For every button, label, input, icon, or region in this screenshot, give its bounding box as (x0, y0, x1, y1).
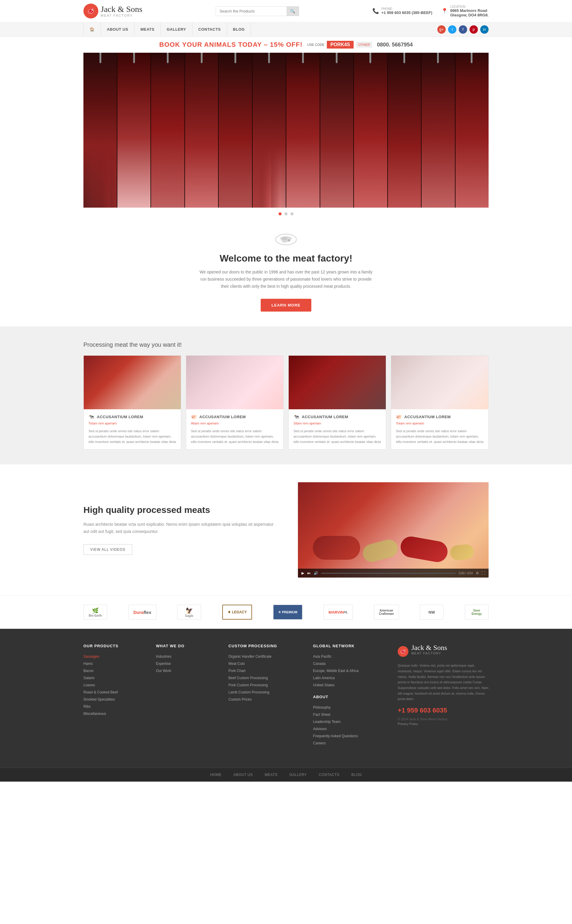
carousel-dot-1[interactable] (278, 213, 281, 215)
product-card-1[interactable]: 🐄 ACCUSANTIUM LOREM Totam rem aperiam Se… (83, 356, 181, 449)
footer-pork-custom[interactable]: Pork Custom Processing (228, 682, 301, 689)
product-sub-2: Atiam rem aperiam (191, 421, 278, 425)
footer-custom-prices[interactable]: Custom Prices (228, 696, 301, 703)
bottom-nav-gallery[interactable]: GALLERY (289, 773, 307, 777)
footer-careers[interactable]: Careers (313, 740, 386, 747)
footer-europe[interactable]: Europe, Middle East & Africa (313, 667, 386, 674)
bottom-nav-home[interactable]: HOME (210, 773, 221, 777)
bottom-nav-blog[interactable]: BLOG (351, 773, 362, 777)
footer-custom-processing: CUSTOM PROCESSING Organic Handler Certif… (228, 644, 301, 747)
footer-asia-pacific[interactable]: Asia Pacific (313, 653, 386, 660)
footer-organic-handler[interactable]: Organic Handler Certificate (228, 653, 301, 660)
logo-name: Jack & Sons (101, 5, 142, 14)
footer-united-states[interactable]: United States (313, 682, 386, 689)
footer-hams[interactable]: Hams (83, 660, 144, 667)
video-player[interactable]: ▶ ⏭ 🔊 0:00 / 3:54 ⚙ ⛶ (298, 482, 489, 578)
carousel-dot-3[interactable] (291, 213, 294, 215)
meat-icon (274, 232, 298, 247)
footer-sausages[interactable]: Sausages (83, 653, 144, 660)
product-sub-3: Sitam rem aperiam (294, 421, 381, 425)
play-button[interactable]: ▶ (302, 571, 304, 575)
footer-smoked-specialties[interactable]: Smoked Specialties (83, 696, 144, 703)
product-card-4[interactable]: 🐖 ACCUSANTIUM LOREM Totam rem aperiam Se… (391, 356, 489, 449)
footer-phone: +1 959 603 6035 (398, 707, 489, 714)
footer-meat-cuts[interactable]: Meat Cuts (228, 660, 301, 667)
brand-bio-earth[interactable]: 🌿 Bio Earth (83, 605, 107, 620)
video-title: High quality processed meats (83, 505, 274, 515)
nav-gallery[interactable]: GALLERY (160, 22, 192, 36)
footer-pork-chart[interactable]: Pork Chart (228, 667, 301, 674)
promo-code-block: USE CODE PORK4S OTHER (308, 41, 372, 48)
footer-ribs[interactable]: Ribs (83, 703, 144, 710)
social-links: g+ t f p in (437, 25, 489, 34)
welcome-title: Welcome to the meat factory! (83, 253, 489, 264)
footer-philosophy[interactable]: Philosophy (313, 704, 386, 711)
site-header: 🥩 Jack & Sons meat factory 🔍 📞 Phone: +1… (0, 0, 572, 22)
carousel-dot-2[interactable] (284, 213, 288, 215)
product-icon-4: 🐖 (396, 414, 402, 420)
footer-fact-sheet[interactable]: Fact Sheet (313, 711, 386, 718)
footer-roast-cooked-beef[interactable]: Roast & Cooked Beef (83, 689, 144, 696)
bottom-nav-about[interactable]: ABOUT US (233, 773, 253, 777)
promo-code-label: USE CODE (308, 43, 325, 47)
nav-about[interactable]: ABOUT US (101, 22, 135, 36)
product-sub-1: Totam rem aperiam (89, 421, 176, 425)
search-bar[interactable]: 🔍 (216, 6, 299, 16)
brand-nw[interactable]: NW (420, 605, 444, 620)
footer-our-work[interactable]: Our Work (156, 667, 216, 674)
nav-blog[interactable]: BLOG (227, 22, 251, 36)
footer-company-sub: meat factory (412, 652, 447, 655)
footer-industries[interactable]: Industries (156, 653, 216, 660)
facebook-icon[interactable]: f (459, 25, 467, 34)
nav-meats[interactable]: MEATS (134, 22, 160, 36)
footer-faq[interactable]: Frequently Asked Questions (313, 733, 386, 740)
hero-image (83, 53, 489, 208)
product-icon-3: 🐄 (294, 414, 299, 420)
pinterest-icon[interactable]: p (469, 25, 478, 34)
bottom-nav-meats[interactable]: MEATS (265, 773, 278, 777)
brand-american-craftsman[interactable]: AmericanCraftsman (374, 605, 399, 620)
footer-loaves[interactable]: Loaves (83, 682, 144, 689)
footer-lamb-custom[interactable]: Lamb Custom Processing (228, 689, 301, 696)
bottom-nav-contacts[interactable]: CONTACTS (319, 773, 339, 777)
brand-marvin[interactable]: MARVIN®L (323, 605, 353, 620)
footer-privacy-link[interactable]: Privacy Policy (398, 722, 418, 725)
view-videos-button[interactable]: VIEW ALL VIDEOS (83, 544, 132, 555)
search-button[interactable]: 🔍 (287, 6, 299, 16)
footer-canada[interactable]: Canada (313, 660, 386, 667)
next-button[interactable]: ⏭ (307, 571, 311, 575)
linkedin-icon[interactable]: in (480, 25, 489, 34)
google-plus-icon[interactable]: g+ (437, 25, 446, 34)
footer-expertise[interactable]: Expertise (156, 660, 216, 667)
brand-legacy[interactable]: ⚜ LEGACY (222, 605, 252, 620)
video-progress-bar[interactable] (321, 573, 456, 574)
phone-icon: 📞 (372, 8, 379, 14)
brand-premium[interactable]: ✈ PREMIUM (273, 605, 302, 620)
footer-advisors[interactable]: Advisors (313, 725, 386, 733)
nav-home[interactable]: 🏠 (83, 22, 101, 36)
footer-leadership-team[interactable]: Leadership Team (313, 718, 386, 725)
brand-save-energy[interactable]: SaveEnergy (465, 605, 489, 620)
product-card-3[interactable]: 🐄 ACCUSANTIUM LOREM Sitam rem aperiam Se… (288, 356, 386, 449)
volume-button[interactable]: 🔊 (314, 571, 318, 575)
footer-salami[interactable]: Salami (83, 674, 144, 682)
location-label: Location: (450, 5, 489, 8)
nav-contacts[interactable]: CONTACTS (193, 22, 227, 36)
logo-area[interactable]: 🥩 Jack & Sons meat factory (83, 3, 142, 19)
twitter-icon[interactable]: t (448, 25, 456, 34)
settings-icon[interactable]: ⚙ (476, 571, 479, 575)
video-description: Ruasi architecto beatae vcta sunt explic… (83, 521, 274, 535)
footer-beef-custom[interactable]: Beef Custom Processing (228, 674, 301, 682)
product-card-2[interactable]: 🐖 ACCUSANTIUM LOREM Atiam rem aperiam Se… (186, 356, 284, 449)
footer-bacon[interactable]: Bacon (83, 667, 144, 674)
brand-eagle[interactable]: 🦅 Eagle (177, 605, 201, 620)
footer-company-name: Jack & Sons (412, 644, 447, 652)
footer-latin-america[interactable]: Latin America (313, 674, 386, 682)
brand-duraflex[interactable]: Duraflex (128, 605, 156, 620)
learn-more-button[interactable]: LEARN MORE (261, 299, 311, 312)
location-line2: Glasgow, DO4 8RG8. (450, 13, 489, 17)
brands-grid: 🌿 Bio Earth Duraflex 🦅 Eagle ⚜ LEGACY ✈ … (83, 605, 489, 620)
fullscreen-icon[interactable]: ⛶ (482, 571, 485, 575)
search-input[interactable] (216, 6, 287, 16)
footer-miscellaneous[interactable]: Miscellaneous (83, 710, 144, 717)
